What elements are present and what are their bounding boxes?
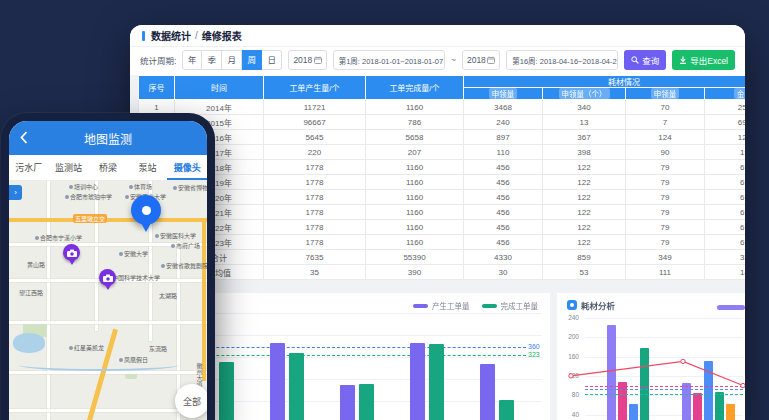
start-year-select[interactable]: 2018 [288, 50, 326, 70]
export-button-label: 导出Excel [690, 54, 728, 66]
map-label: 市府广场 [171, 241, 200, 250]
poi-icon [119, 252, 123, 256]
report-table-body: 12014年11721116034683407025022015年9666778… [139, 100, 746, 280]
export-excel-button[interactable]: 导出Excel [672, 50, 735, 70]
camera-icon [103, 274, 113, 282]
table-cell: 111 [626, 265, 705, 280]
tab-桥梁[interactable]: 桥梁 [88, 155, 128, 180]
table-cell: 122 [543, 160, 626, 175]
table-row: 72020年177811604561227967 [139, 190, 746, 205]
table-cell: 129 [705, 130, 746, 145]
table-row: 52018年177811604561227967 [139, 160, 746, 175]
period-option-日[interactable]: 日 [262, 50, 282, 70]
breadcrumb-accent-bar [142, 31, 145, 41]
table-cell: 67 [705, 160, 746, 175]
table-cell: 5645 [264, 130, 366, 145]
table-cell: 122 [543, 235, 626, 250]
reference-line-label: 323 [528, 351, 540, 358]
trend-line [557, 293, 745, 420]
table-cell: 1778 [264, 205, 366, 220]
map-label: 体育场 [129, 182, 152, 191]
table-cell: 79 [626, 205, 705, 220]
period-option-季[interactable]: 季 [202, 50, 222, 70]
column-group-header: 耗材情况 [464, 76, 746, 88]
show-all-button[interactable]: 全部 [175, 384, 207, 418]
map-label: 望江西路 [19, 288, 43, 297]
tab-摄像头[interactable]: 摄像头 [167, 155, 207, 180]
expand-icon[interactable]: › [9, 185, 22, 200]
poi-icon [173, 186, 177, 190]
selected-location-pin[interactable] [131, 195, 161, 225]
period-option-年[interactable]: 年 [182, 50, 202, 70]
poi-icon [161, 264, 165, 268]
table-cell: 456 [464, 220, 543, 235]
table-cell: 456 [464, 175, 543, 190]
column-subheader: 申领量 [626, 88, 705, 100]
tab-监测站[interactable]: 监测站 [49, 155, 89, 180]
table-cell: 1778 [264, 190, 366, 205]
poi-icon [35, 236, 39, 240]
poi-icon [119, 358, 123, 362]
column-subheader: 申领量 [464, 88, 543, 100]
end-week-input[interactable]: 第16周: 2018-04-16~2018-04-22 [506, 50, 618, 70]
table-cell: 367 [543, 130, 626, 145]
start-week-input[interactable]: 第1周: 2018-01-01~2018-01-07 [333, 50, 445, 70]
table-cell: 7 [626, 115, 705, 130]
map-label: 东流路 [149, 344, 167, 353]
table-cell: 1160 [366, 100, 464, 115]
column-subheader: 金额 [705, 88, 746, 100]
breadcrumb-section[interactable]: 数据统计 [151, 28, 191, 43]
table-cell: 90 [626, 145, 705, 160]
poi-icon [65, 195, 69, 199]
table-cell: 1160 [366, 175, 464, 190]
table-cell: 3468 [464, 100, 543, 115]
poi-icon [155, 234, 159, 238]
end-year-select[interactable]: 2018 [462, 50, 500, 70]
camera-marker[interactable] [99, 269, 116, 286]
tab-泵站[interactable]: 泵站 [128, 155, 168, 180]
query-button[interactable]: 查询 [624, 50, 666, 70]
dashboard-card: 数据统计 / 维修报表 统计周期: 年季月周日 2018 第1周: 2018-0… [130, 25, 745, 420]
table-cell: 220 [264, 145, 366, 160]
map-label: 安徽医科大学 [155, 231, 196, 240]
table-cell: 456 [464, 205, 543, 220]
work-order-bar [340, 385, 355, 420]
phone-page-title: 地图监测 [84, 130, 132, 147]
period-option-月[interactable]: 月 [222, 50, 242, 70]
table-cell: 122 [543, 220, 626, 235]
table-cell: 1778 [264, 175, 366, 190]
map-label: 安徽大学 [119, 249, 148, 258]
table-cell: 122 [543, 190, 626, 205]
table-cell: 79 [626, 235, 705, 250]
download-icon [679, 56, 687, 64]
report-table-head: 序号时间工单产生量/个工单完成量/个耗材情况申领量申领量（个）申领量金额 [139, 76, 746, 100]
table-cell: 53 [543, 265, 626, 280]
map-label: 培训中心 [69, 182, 98, 191]
phone-screen: 地图监测 污水厂监测站桥梁泵站摄像头 [9, 121, 207, 420]
table-cell: 79 [626, 190, 705, 205]
search-icon [631, 56, 639, 64]
phone-tabs: 污水厂监测站桥梁泵站摄像头 [9, 155, 207, 181]
map-label: 五里墩立交 [73, 214, 107, 223]
camera-marker[interactable] [63, 244, 80, 261]
tab-污水厂[interactable]: 污水厂 [9, 155, 49, 180]
table-cell: 4330 [464, 250, 543, 265]
table-row: 42017年2202071103989019 [139, 145, 746, 160]
table-cell: 340 [543, 100, 626, 115]
table-cell: 67 [705, 175, 746, 190]
table-row: 82021年177811604561227967 [139, 205, 746, 220]
map-canvas[interactable]: 培训中心合肥市琥珀中学体育场安徽农业大学安徽省博物馆五里墩立交合肥市宁溪小学安徽… [9, 181, 207, 420]
period-segment: 年季月周日 [182, 50, 282, 70]
table-cell: 207 [366, 145, 464, 160]
period-option-周[interactable]: 周 [242, 50, 262, 70]
table-row: 12014年117211160346834070250 [139, 100, 746, 115]
table-row: 62019年177811604561227967 [139, 175, 746, 190]
work-order-bar [480, 364, 495, 420]
table-cell: 35 [264, 265, 366, 280]
table-cell: 79 [626, 160, 705, 175]
table-cell: 70 [626, 100, 705, 115]
table-cell: 19 [705, 145, 746, 160]
back-icon[interactable] [20, 131, 28, 144]
map-label: 安徽省博物馆 [173, 183, 207, 192]
table-cell: 1160 [366, 235, 464, 250]
